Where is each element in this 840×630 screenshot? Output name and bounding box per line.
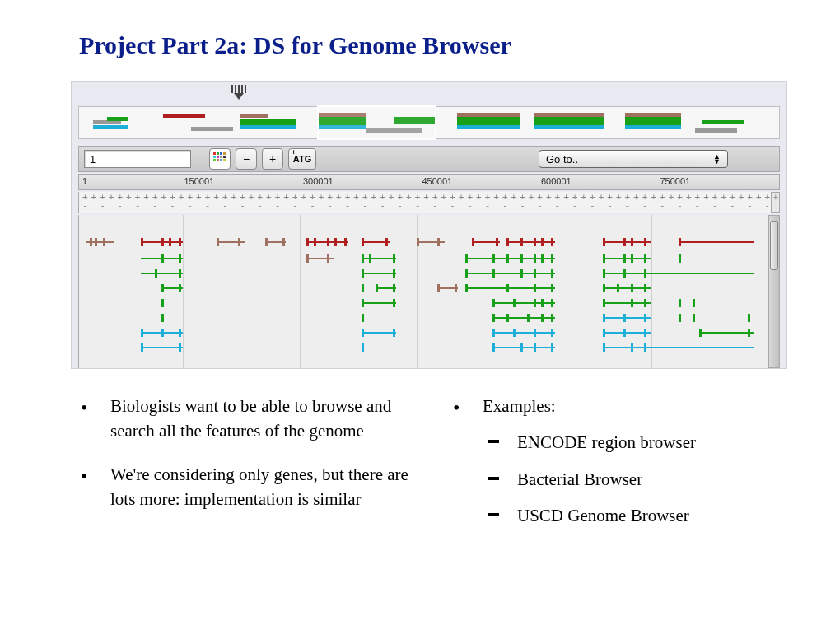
feature[interactable]	[492, 302, 554, 304]
feature[interactable]	[603, 347, 754, 348]
feature[interactable]	[362, 332, 396, 334]
bullet-item: Biologists want to be able to browse and…	[79, 394, 418, 444]
feature[interactable]	[492, 347, 554, 348]
feature[interactable]	[362, 302, 396, 304]
ruler-tick: 450001	[422, 176, 453, 186]
goto-label: Go to..	[546, 153, 578, 166]
zoom-out-button[interactable]: −	[236, 148, 257, 170]
goto-select[interactable]: Go to.. ▲▼	[539, 150, 728, 168]
feature[interactable]	[217, 241, 244, 243]
feature[interactable]	[362, 273, 396, 274]
sequence-strand-row: ++++++++++++++++++++++++++++++++++++++++…	[78, 192, 772, 213]
atg-button[interactable]: ATG	[288, 148, 316, 170]
feature[interactable]	[699, 332, 754, 334]
feature[interactable]	[506, 241, 555, 243]
bullet-item: Examples: ENCODE region browser Bacteria…	[451, 394, 791, 529]
track-panel[interactable]	[78, 215, 768, 368]
feature[interactable]	[492, 332, 554, 334]
scrollbar-thumb[interactable]	[770, 221, 778, 270]
slide-body: Biologists want to be able to browse and…	[0, 369, 840, 547]
select-stepper-icon: ▲▼	[713, 154, 721, 164]
ruler-tick: 150001	[184, 176, 215, 186]
feature[interactable]	[417, 241, 444, 243]
overview-track[interactable]	[78, 106, 780, 139]
ruler-tick: 600001	[541, 176, 572, 186]
slide-title: Project Part 2a: DS for Genome Browser	[0, 0, 840, 59]
ruler-tick: 300001	[303, 176, 334, 186]
ruler-start: 1	[82, 176, 87, 186]
strand-expand-icon[interactable]: +-	[772, 192, 780, 213]
sub-bullet-item: USCD Genome Browser	[483, 503, 791, 528]
position-ruler: 1 150001 300001 450001 600001 750001	[78, 174, 780, 190]
feature[interactable]	[465, 287, 555, 289]
feature[interactable]	[679, 241, 754, 243]
feature[interactable]	[306, 258, 334, 259]
bullet-item: We're considering only genes, but there …	[79, 462, 418, 512]
genome-browser-screenshot: − + ATG Go to.. ▲▼ 1 150001 300001 45000…	[71, 81, 787, 369]
sub-bullet-item: Bacterial Browser	[483, 467, 791, 492]
feature[interactable]	[492, 317, 554, 319]
ruler-tick: 750001	[660, 176, 691, 186]
examples-heading: Examples:	[483, 396, 556, 416]
overview-viewport[interactable]	[317, 105, 436, 140]
feature[interactable]	[141, 273, 182, 274]
zoom-in-button[interactable]: +	[262, 148, 283, 170]
chromosome-input[interactable]	[84, 150, 191, 168]
toolbar: − + ATG Go to.. ▲▼	[78, 146, 780, 172]
density-marker-icon	[226, 85, 251, 103]
feature[interactable]	[141, 347, 182, 348]
color-palette-icon[interactable]	[209, 148, 231, 170]
feature[interactable]	[362, 258, 396, 259]
sub-bullet-item: ENCODE region browser	[483, 430, 791, 455]
feature[interactable]	[465, 273, 555, 274]
vertical-scrollbar[interactable]	[768, 215, 780, 368]
